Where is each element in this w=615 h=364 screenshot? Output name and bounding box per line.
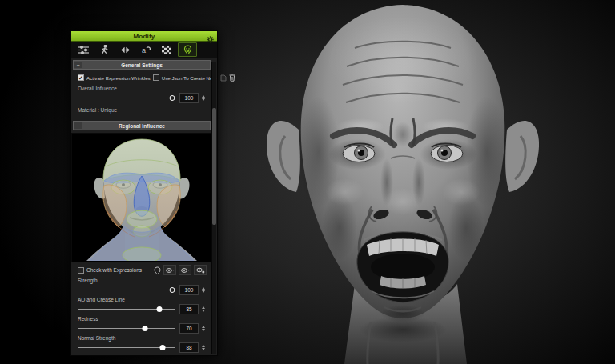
overall-influence-slider-handle[interactable] bbox=[170, 95, 175, 101]
slider-group-normal-strength: Normal Strength 88 bbox=[78, 335, 207, 352]
redness-spinner[interactable] bbox=[200, 323, 207, 334]
face-region-map bbox=[75, 134, 208, 261]
region-map-viewport[interactable] bbox=[71, 133, 211, 262]
panel-scrollbar[interactable] bbox=[211, 62, 216, 354]
normal-strength-spinner[interactable] bbox=[200, 342, 207, 353]
tab-posing figure-icon[interactable] bbox=[94, 42, 114, 57]
ao-crease-label: AO and Crease Line bbox=[78, 297, 207, 302]
head-render-3d bbox=[223, 0, 607, 364]
overall-influence-slider-track[interactable] bbox=[78, 94, 175, 102]
overall-influence-spinner[interactable] bbox=[200, 93, 207, 103]
panel-title: Modify bbox=[134, 33, 155, 40]
scrollbar-thumb[interactable] bbox=[212, 108, 216, 225]
angry-face-render bbox=[223, 0, 607, 364]
modify-panel: Modify bbox=[70, 30, 218, 356]
use-json-checkbox[interactable] bbox=[153, 74, 159, 81]
activate-expression-wrinkles-label: Activate Expression Wrinkles bbox=[86, 75, 151, 81]
slider-group-strength: Strength 100 bbox=[78, 278, 207, 294]
panel-toolbar: a bbox=[71, 42, 217, 58]
check-with-expressions-checkbox[interactable] bbox=[78, 267, 84, 274]
ao-crease-spinner[interactable] bbox=[200, 304, 207, 314]
panel-title-bar[interactable]: Modify bbox=[71, 31, 217, 42]
check-with-expressions-label: Check with Expressions bbox=[86, 267, 142, 273]
tab-expression-wrinkles face-icon[interactable] bbox=[178, 42, 197, 57]
strength-slider-track[interactable] bbox=[78, 286, 175, 294]
strength-label: Strength bbox=[78, 278, 207, 283]
general-settings-title: General Settings bbox=[74, 62, 210, 68]
normal-strength-value[interactable]: 88 bbox=[179, 342, 199, 353]
svg-text:a: a bbox=[142, 46, 146, 54]
strength-spinner[interactable] bbox=[200, 285, 207, 295]
overall-influence-label: Overall Influence bbox=[78, 86, 207, 91]
slider-group-redness: Redness 70 bbox=[78, 316, 207, 333]
visibility-menu-icon[interactable] bbox=[163, 265, 176, 275]
tab-parameters sliders-icon[interactable] bbox=[74, 42, 93, 57]
ao-crease-slider-track[interactable] bbox=[78, 306, 175, 313]
tab-textures checkerboard-icon[interactable] bbox=[157, 42, 176, 57]
use-json-label: Use Json To Create New bbox=[162, 75, 216, 81]
redness-slider-track[interactable] bbox=[78, 325, 175, 332]
head-outline-icon[interactable] bbox=[154, 266, 161, 274]
collapse-general-button[interactable]: − bbox=[74, 62, 82, 68]
normal-strength-label: Normal Strength bbox=[78, 335, 207, 341]
overall-influence-value[interactable]: 100 bbox=[179, 93, 199, 103]
gear-icon[interactable] bbox=[207, 32, 214, 46]
trash-icon[interactable] bbox=[229, 74, 235, 82]
material-label: Material : Unique bbox=[78, 107, 207, 113]
normal-strength-slider-track[interactable] bbox=[78, 344, 175, 351]
strength-value[interactable]: 100 bbox=[179, 285, 199, 295]
regional-influence-title: Regional Influence bbox=[74, 123, 210, 129]
visibility-options-icon[interactable] bbox=[194, 265, 207, 275]
regional-influence-header[interactable]: − Regional Influence bbox=[73, 121, 211, 130]
activate-expression-wrinkles-checkbox[interactable]: ✓ bbox=[78, 74, 84, 81]
normal-strength-slider-handle[interactable] bbox=[160, 345, 166, 350]
ao-crease-value[interactable]: 85 bbox=[179, 304, 199, 314]
tab-shaping morph-arrows-icon[interactable] bbox=[115, 42, 135, 57]
slider-group-ao-crease: AO and Crease Line 85 bbox=[78, 297, 207, 314]
panel-scroll-area: − General Settings ✓ Activate Expression… bbox=[71, 60, 217, 355]
collapse-regional-button[interactable]: − bbox=[74, 122, 82, 129]
redness-value[interactable]: 70 bbox=[179, 323, 199, 334]
general-settings-header[interactable]: − General Settings bbox=[73, 60, 211, 70]
strength-slider-handle[interactable] bbox=[170, 287, 175, 293]
redness-slider-handle[interactable] bbox=[143, 326, 148, 331]
tab-surfaces surface-a-icon[interactable]: a bbox=[136, 42, 155, 57]
new-icon[interactable] bbox=[220, 74, 227, 82]
redness-label: Redness bbox=[78, 316, 207, 322]
application-window: Modify bbox=[0, 0, 615, 364]
ao-crease-slider-handle[interactable] bbox=[157, 306, 163, 312]
visibility-menu-icon[interactable] bbox=[179, 265, 191, 275]
